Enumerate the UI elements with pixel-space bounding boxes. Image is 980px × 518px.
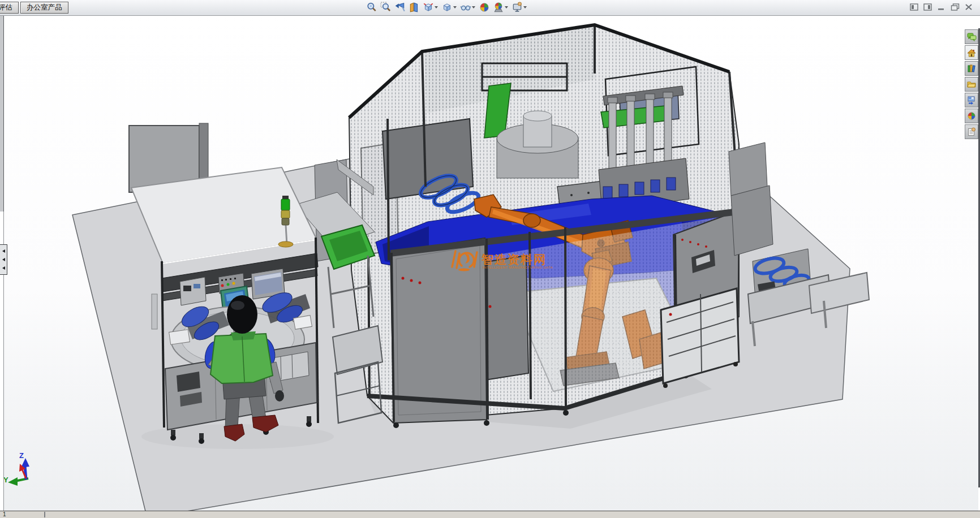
split-pane-left-button[interactable] <box>910 3 918 11</box>
split-pane-left-icon <box>910 3 918 11</box>
featuremanager-flyout-tab[interactable] <box>0 244 7 275</box>
zoom-to-fit-button[interactable] <box>366 1 378 14</box>
tab-evaluate[interactable]: 评估 <box>0 2 19 14</box>
folder-icon <box>966 80 977 89</box>
solidworks-window: 智造资料网 INTELLIGENT MANUFACTURING DATA Z Y… <box>0 0 980 518</box>
previous-view-icon <box>394 2 406 13</box>
triad-z-label: Z <box>19 451 24 460</box>
triad-y-label: Y <box>4 476 8 484</box>
split-pane-right-icon <box>923 3 932 11</box>
view-settings-button[interactable] <box>511 1 528 14</box>
solidworks-resources-button[interactable] <box>965 45 978 60</box>
chevron-down-icon[interactable] <box>523 6 527 8</box>
cad-viewport[interactable]: 智造资料网 INTELLIGENT MANUFACTURING DATA Z Y <box>4 15 978 511</box>
minimize-button[interactable] <box>937 3 945 11</box>
close-icon <box>965 3 973 11</box>
section-view-icon <box>409 2 420 13</box>
books-icon <box>966 64 977 73</box>
view-settings-icon <box>512 2 523 13</box>
edit-appearance-icon <box>479 2 490 13</box>
design-library-button[interactable] <box>965 61 978 76</box>
restore-icon <box>951 3 960 11</box>
task-pane <box>965 29 978 140</box>
home-icon <box>966 48 977 57</box>
status-divider <box>44 512 45 517</box>
previous-view-button[interactable] <box>394 1 406 14</box>
zoom-to-fit-icon <box>366 2 377 13</box>
chevron-down-icon[interactable] <box>505 6 508 8</box>
file-explorer-button[interactable] <box>965 77 978 92</box>
orientation-triad: Z Y <box>4 451 29 486</box>
view-palette-icon <box>966 96 977 105</box>
close-button[interactable] <box>965 3 973 11</box>
hide-show-items-icon <box>460 2 471 13</box>
apply-scene-icon <box>493 2 504 13</box>
featuremanager-collapsed-strip <box>0 15 4 211</box>
chevron-down-icon[interactable] <box>435 6 438 8</box>
view-orientation-icon <box>423 2 434 13</box>
cad-scene[interactable]: 智造资料网 INTELLIGENT MANUFACTURING DATA Z Y <box>4 15 978 511</box>
view-palette-button[interactable] <box>965 93 978 107</box>
collapse-left-icon <box>2 249 5 253</box>
collapse-left-icon <box>2 258 5 261</box>
appearances-sphere-icon <box>966 111 977 120</box>
custom-properties-button[interactable] <box>965 124 978 139</box>
window-controls <box>910 3 973 11</box>
view-orientation-button[interactable] <box>422 1 439 14</box>
command-manager-tabs: 评估 办公室产品 <box>0 2 68 14</box>
restore-button[interactable] <box>951 3 960 11</box>
display-style-icon <box>441 2 453 13</box>
apply-scene-button[interactable] <box>492 1 509 14</box>
hide-show-items-button[interactable] <box>459 1 476 14</box>
minimize-icon <box>937 3 945 11</box>
custom-properties-icon <box>966 127 977 136</box>
appearances-scenes-button[interactable] <box>965 109 978 123</box>
chevron-down-icon[interactable] <box>453 6 457 8</box>
status-bar: 1 <box>0 511 980 518</box>
forum-icon <box>966 32 977 41</box>
solidworks-forum-button[interactable] <box>965 29 978 44</box>
display-style-button[interactable] <box>441 1 458 14</box>
split-pane-right-button[interactable] <box>923 3 932 11</box>
section-view-button[interactable] <box>408 1 420 14</box>
zoom-to-area-icon <box>380 2 392 13</box>
chevron-down-icon[interactable] <box>472 6 475 8</box>
tab-office-products[interactable]: 办公室产品 <box>20 2 68 14</box>
zoom-to-area-button[interactable] <box>380 1 392 14</box>
edit-appearance-button[interactable] <box>478 1 491 14</box>
watermark-subtitle: INTELLIGENT MANUFACTURING DATA <box>483 266 553 269</box>
top-toolbar: 评估 办公室产品 <box>0 0 980 16</box>
heads-up-view-toolbar <box>366 1 528 14</box>
collapse-left-icon <box>2 266 5 270</box>
status-page-indicator: 1 <box>3 511 6 517</box>
watermark-title: 智造资料网 <box>481 253 547 266</box>
